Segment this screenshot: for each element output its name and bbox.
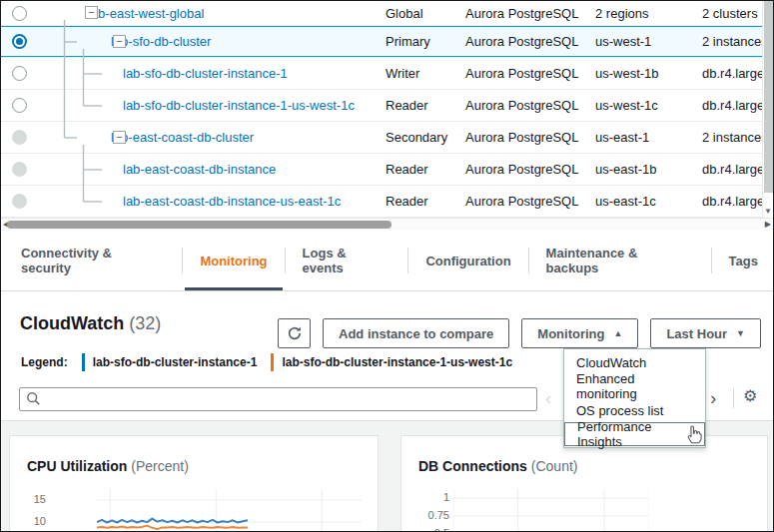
engine-cell: Aurora PostgreSQL — [465, 122, 595, 153]
engine-cell: Aurora PostgreSQL — [465, 58, 595, 89]
db-identifier-link[interactable]: lab-sfo-db-cluster — [111, 34, 211, 49]
db-identifier-link[interactable]: lab-east-coast-db-instance — [123, 162, 276, 177]
role-cell: Primary — [386, 26, 465, 57]
table-horizontal-scrollbar[interactable]: ◀ ▶ — [1, 218, 773, 231]
row-radio[interactable] — [12, 6, 27, 21]
y-axis-labels: 10.750.5 — [401, 489, 453, 532]
db-connections-plot — [453, 489, 649, 532]
refresh-button[interactable] — [278, 318, 311, 348]
cpu-utilization-chart-card: CPU Utilization (Percent) 1510 — [9, 435, 379, 532]
period-dropdown-button[interactable]: Last Hour ▼ — [650, 318, 761, 348]
db-identifier-link[interactable]: lab-east-coast-db-instance-us-east-1c — [123, 194, 341, 209]
menu-item-enhanced-monitoring[interactable]: Enhanced monitoring — [564, 374, 705, 398]
gear-icon[interactable]: ⚙ — [743, 386, 757, 405]
toolbar-divider — [733, 388, 734, 408]
y-tick-label: 1 — [443, 491, 449, 503]
table-row: − lab-east-west-global Global Aurora Pos… — [1, 1, 773, 26]
region-cell: us-east-1 — [595, 122, 702, 153]
metric-search — [19, 387, 537, 411]
table-row-selected: − lab-sfo-db-cluster Primary Aurora Post… — [1, 26, 773, 58]
table-row: lab-sfo-db-cluster-instance-1 Writer Aur… — [1, 58, 773, 90]
table-row: lab-east-coast-db-instance-us-east-1c Re… — [1, 186, 773, 218]
engine-cell: Aurora PostgreSQL — [465, 154, 595, 185]
tab-maintenance-backups[interactable]: Maintenance & backups — [529, 231, 711, 290]
chart-unit: (Percent) — [131, 458, 189, 474]
table-row: lab-east-coast-db-instance Reader Aurora… — [1, 154, 773, 186]
add-instance-to-compare-button[interactable]: Add instance to compare — [323, 318, 509, 348]
row-radio[interactable] — [12, 98, 27, 113]
detail-tabs: Connectivity & security Monitoring Logs … — [1, 231, 774, 291]
legend-color-bar-orange — [271, 353, 274, 371]
region-cell: 2 regions — [595, 1, 702, 25]
table-row: − lab-east-coast-db-cluster Secondary Au… — [1, 122, 773, 154]
y-tick-label: 15 — [34, 493, 46, 505]
legend-label: Legend: — [21, 355, 68, 369]
rds-console-screen: − lab-east-west-global Global Aurora Pos… — [0, 0, 774, 532]
chart-title-text: DB Connections — [418, 458, 527, 474]
db-identifier-link[interactable]: lab-east-west-global — [88, 6, 204, 21]
chart-title-text: CPU Utilization — [27, 458, 127, 474]
scroll-right-icon[interactable]: ▶ — [765, 220, 771, 229]
tab-logs-events[interactable]: Logs & events — [286, 231, 408, 290]
monitoring-dropdown-menu: CloudWatch Enhanced monitoring OS proces… — [563, 348, 706, 448]
tree-collapse-icon[interactable]: − — [113, 131, 126, 144]
monitoring-dropdown-label: Monitoring — [537, 326, 604, 341]
y-tick-label: 0.5 — [434, 527, 449, 532]
role-cell: Global — [386, 1, 465, 25]
row-radio-disabled — [12, 194, 27, 209]
row-radio-checked[interactable] — [12, 34, 27, 49]
tree-collapse-icon[interactable]: − — [85, 6, 98, 19]
table-row: lab-sfo-db-cluster-instance-1-us-west-1c… — [1, 90, 773, 122]
region-cell: us-east-1c — [595, 186, 702, 217]
y-tick-label: 0.75 — [428, 509, 449, 521]
region-cell: us-west-1b — [595, 58, 702, 89]
legend-series-name: lab-sfo-db-cluster-instance-1 — [93, 355, 258, 369]
chart-legend: Legend: lab-sfo-db-cluster-instance-1 la… — [21, 353, 512, 371]
table-vertical-scrollbar[interactable]: ▼ — [762, 1, 773, 218]
db-connections-chart-card: DB Connections (Count) 10.750.5 — [400, 435, 768, 532]
role-cell: Secondary — [386, 122, 465, 153]
role-cell: Writer — [386, 58, 465, 89]
region-cell: us-east-1b — [595, 154, 702, 185]
role-cell: Reader — [386, 90, 465, 121]
tab-configuration[interactable]: Configuration — [408, 231, 527, 290]
row-radio-disabled — [12, 130, 27, 145]
menu-item-performance-insights[interactable]: Performance Insights — [564, 422, 705, 446]
page-next-icon[interactable]: › — [710, 385, 716, 411]
row-radio-disabled — [12, 162, 27, 177]
row-radio[interactable] — [12, 66, 27, 81]
refresh-icon — [287, 325, 303, 341]
engine-cell: Aurora PostgreSQL — [465, 26, 595, 57]
y-axis-labels: 1510 — [10, 489, 97, 532]
tab-tags[interactable]: Tags — [712, 231, 774, 290]
engine-cell: Aurora PostgreSQL — [465, 1, 595, 25]
panel-title: CloudWatch (32) — [20, 313, 161, 334]
metric-count: (32) — [129, 313, 161, 333]
vscroll-thumb[interactable] — [764, 1, 773, 193]
db-cluster-table: − lab-east-west-global Global Aurora Pos… — [1, 1, 773, 218]
scroll-down-icon[interactable]: ▼ — [763, 207, 773, 216]
legend-color-bar-blue — [82, 353, 85, 371]
chart-title: DB Connections (Count) — [418, 458, 577, 474]
engine-cell: Aurora PostgreSQL — [465, 186, 595, 217]
db-identifier-link[interactable]: lab-sfo-db-cluster-instance-1 — [123, 66, 288, 81]
role-cell: Reader — [386, 186, 465, 217]
panel-title-text: CloudWatch — [20, 313, 124, 333]
toolbar: Add instance to compare Monitoring ▲ Las… — [278, 318, 761, 348]
search-input[interactable] — [19, 387, 537, 411]
tab-connectivity-security[interactable]: Connectivity & security — [4, 231, 182, 290]
caret-up-icon: ▲ — [613, 328, 622, 338]
tree-collapse-icon[interactable]: − — [113, 35, 126, 48]
role-cell: Reader — [386, 154, 465, 185]
db-identifier-link[interactable]: lab-east-coast-db-cluster — [111, 130, 254, 145]
hscroll-thumb[interactable] — [7, 221, 391, 229]
monitoring-dropdown-button[interactable]: Monitoring ▲ — [521, 318, 638, 348]
db-identifier-link[interactable]: lab-sfo-db-cluster-instance-1-us-west-1c — [123, 98, 355, 113]
chart-title: CPU Utilization (Percent) — [27, 458, 189, 474]
y-tick-label: 10 — [34, 515, 46, 527]
page-previous-icon: ‹ — [545, 385, 551, 411]
chart-unit: (Count) — [531, 458, 578, 474]
legend-series-name: lab-sfo-db-cluster-instance-1-us-west-1c — [282, 355, 512, 369]
tab-monitoring[interactable]: Monitoring — [183, 231, 284, 290]
region-cell: us-west-1 — [595, 26, 702, 57]
